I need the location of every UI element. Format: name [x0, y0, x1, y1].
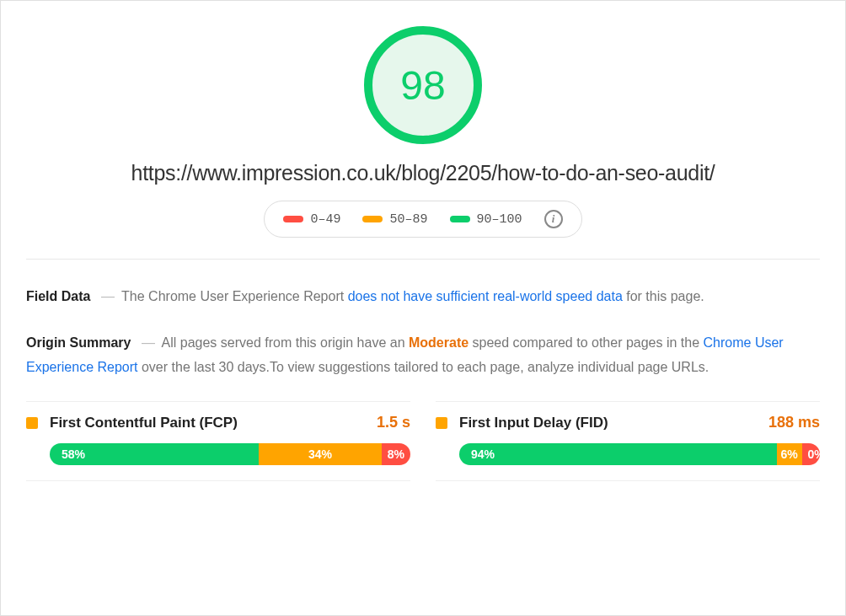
- audited-url: https://www.impression.co.uk/blog/2205/h…: [131, 161, 715, 185]
- field-data-prefix: The Chrome User Experience Report: [121, 289, 348, 303]
- legend-good: 90–100: [450, 212, 522, 227]
- metric-fcp-header: First Contentful Paint (FCP) 1.5 s: [26, 414, 410, 431]
- swatch-green-icon: [450, 216, 470, 222]
- legend-good-label: 90–100: [477, 212, 522, 227]
- swatch-red-icon: [283, 216, 303, 222]
- fcp-seg-green: 58%: [50, 443, 259, 465]
- metric-fcp-distribution: 58% 34% 8%: [50, 443, 410, 465]
- swatch-orange-icon: [362, 216, 383, 222]
- origin-summary-level: Moderate: [409, 335, 469, 350]
- metric-fid-header: First Input Delay (FID) 188 ms: [436, 414, 820, 431]
- info-icon[interactable]: i: [544, 210, 563, 228]
- field-data-paragraph: Field Data — The Chrome User Experience …: [26, 285, 820, 309]
- metric-fcp-value: 1.5 s: [377, 414, 410, 431]
- fid-seg-green: 94%: [459, 443, 777, 465]
- metric-fcp: First Contentful Paint (FCP) 1.5 s 58% 3…: [26, 401, 410, 481]
- metric-fcp-name: First Contentful Paint (FCP): [50, 415, 377, 431]
- metric-fcp-chip-icon: [26, 417, 38, 429]
- origin-summary-label: Origin Summary: [26, 335, 131, 350]
- origin-summary-mid: speed compared to other pages in the: [473, 335, 704, 350]
- legend-poor-label: 0–49: [310, 212, 340, 227]
- metric-fid-value: 188 ms: [768, 414, 820, 431]
- fcp-seg-red: 8%: [382, 443, 410, 465]
- field-data-dash: —: [101, 289, 115, 303]
- score-gauge: 98: [364, 26, 482, 144]
- fcp-seg-orange: 34%: [259, 443, 382, 465]
- legend-poor: 0–49: [283, 212, 340, 227]
- origin-summary-dash: —: [142, 335, 155, 350]
- score-value: 98: [400, 62, 445, 109]
- metric-fid: First Input Delay (FID) 188 ms 94% 6% 0%: [436, 401, 820, 481]
- origin-summary-paragraph: Origin Summary — All pages served from t…: [26, 331, 820, 380]
- metrics-row: First Contentful Paint (FCP) 1.5 s 58% 3…: [26, 401, 820, 481]
- origin-summary-prefix: All pages served from this origin have a…: [162, 335, 409, 350]
- body-section: Field Data — The Chrome User Experience …: [26, 260, 820, 481]
- legend-average: 50–89: [362, 212, 427, 227]
- field-data-link[interactable]: does not have sufficient real-world spee…: [348, 289, 623, 303]
- metric-fid-name: First Input Delay (FID): [459, 415, 768, 431]
- legend-average-label: 50–89: [389, 212, 427, 227]
- metric-fid-distribution: 94% 6% 0%: [459, 443, 820, 465]
- fid-seg-orange: 6%: [777, 443, 802, 465]
- metric-fid-chip-icon: [436, 417, 447, 429]
- origin-summary-suffix: over the last 30 days.To view suggestion…: [142, 360, 709, 374]
- field-data-label: Field Data: [26, 289, 90, 303]
- score-section: 98 https://www.impression.co.uk/blog/220…: [26, 18, 820, 260]
- score-legend: 0–49 50–89 90–100 i: [264, 201, 581, 238]
- field-data-suffix: for this page.: [626, 289, 704, 303]
- fid-seg-red: 0%: [802, 443, 820, 465]
